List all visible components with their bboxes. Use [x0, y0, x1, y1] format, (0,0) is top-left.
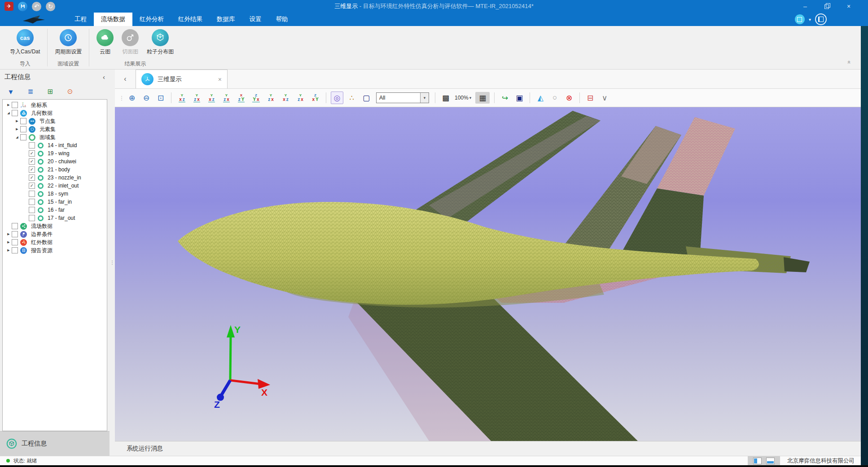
layout-left-panel-icon[interactable]: [753, 458, 762, 464]
checkbox[interactable]: [12, 223, 18, 229]
expander-icon[interactable]: ▶: [5, 232, 12, 236]
tree-item-int_fluid[interactable]: 14 - int_fluid: [3, 141, 107, 149]
checkbox[interactable]: [29, 191, 35, 197]
expander-icon[interactable]: ▶: [5, 103, 12, 107]
app-icon[interactable]: ✈: [4, 2, 13, 11]
tree-item-coord-system[interactable]: ▶Yzx坐标系: [3, 101, 107, 109]
checkbox[interactable]: [20, 118, 26, 124]
tree-item-flow-field-data[interactable]: 流场数据: [3, 222, 107, 230]
combo-dropdown-button[interactable]: ▾: [420, 93, 429, 103]
checkbox[interactable]: ✓: [29, 175, 35, 181]
snapshot-icon[interactable]: ▣: [513, 92, 525, 104]
tree-item-far[interactable]: 16 - far: [3, 206, 107, 214]
checkbox[interactable]: [29, 215, 35, 221]
view-left-icon[interactable]: Yxz: [206, 92, 218, 104]
display-filter-combo[interactable]: All ▾: [376, 92, 429, 103]
undo-button[interactable]: ↶: [32, 2, 41, 11]
tree-item-wing[interactable]: ✓19 - wing: [3, 149, 107, 157]
tree-item-inlet_out[interactable]: ✓22 - inlet_out: [3, 182, 107, 190]
collapse-panel-icon[interactable]: ‹: [103, 73, 105, 81]
chevron-down-icon[interactable]: ▾: [469, 96, 472, 100]
tree-item-sym[interactable]: 18 - sym: [3, 190, 107, 198]
close-button[interactable]: ×: [845, 3, 853, 10]
theme-icon[interactable]: [795, 14, 805, 24]
tab-3d-view[interactable]: 三维显示 ×: [136, 70, 228, 88]
close-tab-icon[interactable]: ×: [218, 76, 222, 83]
collapse-ribbon-icon[interactable]: «: [846, 61, 853, 64]
cancel-icon[interactable]: ⊗: [563, 92, 575, 104]
view-right-icon[interactable]: Yzx: [220, 92, 232, 104]
lasso-icon[interactable]: ○: [549, 92, 561, 104]
menu-item-help[interactable]: 帮助: [269, 13, 295, 26]
layout-bottom-panel-icon[interactable]: [766, 458, 775, 464]
checkbox[interactable]: [20, 134, 26, 140]
restore-button[interactable]: [824, 4, 829, 9]
project-info-bottom-tab[interactable]: 工程信息: [0, 431, 110, 456]
mirror-icon[interactable]: ◭: [535, 92, 546, 104]
tree-item-report-res[interactable]: ▶报告资源: [3, 246, 107, 254]
view-iso-1-icon[interactable]: Yzx: [265, 92, 277, 104]
view-bottom-icon[interactable]: ZYx: [250, 92, 262, 104]
filter-icon[interactable]: ▼: [5, 86, 16, 97]
grid-view-icon[interactable]: ⊞: [45, 86, 56, 97]
menu-item-database[interactable]: 数据库: [210, 13, 242, 26]
save-button[interactable]: [18, 2, 27, 11]
checkbox[interactable]: [12, 102, 18, 108]
tree-item-far_out[interactable]: 17 - far_out: [3, 214, 107, 222]
checkbox[interactable]: [12, 239, 18, 245]
view-back-icon[interactable]: Yzx: [191, 92, 203, 104]
manual-icon[interactable]: [815, 13, 827, 25]
ribbon-button-contour-map[interactable]: 云图: [94, 28, 116, 58]
menu-item-project[interactable]: 工程: [67, 13, 94, 26]
expander-icon[interactable]: ◢: [14, 135, 20, 139]
tree-item-body[interactable]: ✓21 - body: [3, 166, 107, 174]
menu-item-flow-data[interactable]: 流场数据: [94, 13, 132, 26]
menu-item-ir-analysis[interactable]: 红外分析: [132, 13, 171, 26]
expander-icon[interactable]: ▶: [14, 119, 20, 123]
checkbox[interactable]: [12, 110, 18, 116]
redo-button[interactable]: ↻: [46, 2, 55, 11]
rect-select-icon[interactable]: ▢: [360, 92, 372, 104]
tree-item-far_in[interactable]: 15 - far_in: [3, 198, 107, 206]
tree-item-ir-data[interactable]: ▶红外数据: [3, 238, 107, 246]
view-iso-3-icon[interactable]: Yzx: [294, 92, 307, 104]
menu-item-settings[interactable]: 设置: [242, 13, 269, 26]
tree-item-boundary-cond[interactable]: ▶边界条件: [3, 230, 107, 238]
view-iso-4-icon[interactable]: ZxY: [309, 92, 321, 104]
locate-icon[interactable]: ⊙: [65, 86, 75, 97]
expander-icon[interactable]: ◢: [5, 111, 12, 115]
checkbox[interactable]: ✓: [29, 150, 35, 157]
menu-item-ir-results[interactable]: 红外结果: [171, 13, 210, 26]
more-caret-icon[interactable]: ∨: [599, 92, 610, 104]
checkbox[interactable]: [29, 199, 35, 205]
archive-icon[interactable]: ⊟: [584, 92, 596, 104]
checkbox[interactable]: [29, 142, 35, 148]
tree-item-face-set[interactable]: ◢面域集: [3, 133, 107, 141]
ribbon-button-import-cas-dat[interactable]: cas导入Cas/Dat: [7, 28, 43, 58]
zoom-fit-icon[interactable]: ⊡: [155, 92, 167, 104]
tree-item-geometry-data[interactable]: ◢几何数据: [3, 109, 107, 117]
tree-item-nozzle_in[interactable]: ✓23 - nozzle_in: [3, 174, 107, 182]
tree-item-chuiwei[interactable]: ✓20 - chuiwei: [3, 157, 107, 166]
view-iso-2-icon[interactable]: Yxz: [280, 92, 292, 104]
view-top-icon[interactable]: XzY: [235, 92, 247, 104]
tree-item-element-set[interactable]: ▶元素集: [3, 125, 107, 133]
chevron-down-icon[interactable]: ▾: [809, 17, 811, 22]
opacity-pattern-icon[interactable]: ▩: [440, 92, 452, 104]
scatter-points-icon[interactable]: ∴: [346, 92, 358, 104]
ribbon-button-particle-distribution[interactable]: 粒子分布图: [144, 28, 176, 58]
outline-icon[interactable]: ≣: [25, 86, 36, 97]
expander-icon[interactable]: ▶: [5, 240, 12, 244]
zoom-in-icon[interactable]: ⊕: [126, 92, 138, 104]
tab-scroll-left-icon[interactable]: ‹: [115, 70, 136, 88]
minimize-button[interactable]: –: [801, 3, 809, 10]
grid-icon[interactable]: ▦: [475, 92, 490, 104]
checkbox[interactable]: ✓: [29, 183, 35, 189]
zoom-out-icon[interactable]: ⊖: [140, 92, 152, 104]
aircraft-mesh-model[interactable]: Y X Z: [115, 107, 861, 441]
ribbon-button-periodic-face-setup[interactable]: 周期面设置: [52, 28, 84, 58]
checkbox[interactable]: [20, 126, 26, 132]
panel-splitter[interactable]: ⋮: [110, 70, 115, 456]
checkbox[interactable]: ✓: [29, 158, 35, 165]
toolbar-drag-handle[interactable]: ⋮: [119, 92, 124, 104]
